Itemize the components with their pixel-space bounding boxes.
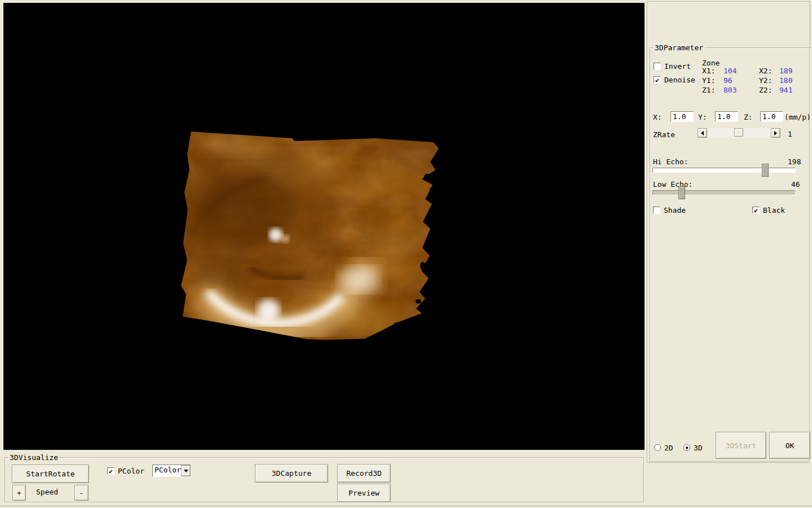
- black-checkbox[interactable]: ✔: [752, 207, 760, 214]
- zone-z2-label: Z2:: [759, 86, 772, 94]
- mode-2d-label: 2D: [664, 444, 673, 452]
- scale-y-label: Y:: [698, 113, 707, 121]
- low-echo-value: 46: [791, 180, 800, 189]
- hi-echo-slider-track[interactable]: [652, 168, 796, 173]
- parameter-groupbox: 3DParameter Invert ✔ Denoise Zone X1: 10…: [650, 47, 810, 462]
- pcolor-checkbox[interactable]: ✔: [107, 467, 114, 475]
- zone-y1-value: 96: [723, 76, 732, 85]
- low-echo-label: Low Echo:: [653, 180, 692, 189]
- zone-x2-value: 189: [779, 67, 792, 75]
- denoise-check-icon: ✔: [655, 77, 659, 84]
- zrate-value: 1: [788, 130, 792, 138]
- denoise-label: Denoise: [664, 76, 695, 84]
- parameter-panel: 3DParameter Invert ✔ Denoise Zone X1: 10…: [647, 1, 810, 463]
- preview-button[interactable]: Preview: [337, 484, 391, 502]
- speed-label: Speed: [36, 488, 58, 496]
- scale-unit-label: (mm/p): [784, 113, 811, 121]
- record-3d-button[interactable]: Record3D: [337, 464, 391, 483]
- zrate-label: ZRate: [653, 130, 675, 139]
- render-viewport[interactable]: [3, 2, 645, 450]
- pcolor-dropdown-button[interactable]: [181, 465, 191, 476]
- ok-button[interactable]: OK: [769, 432, 810, 459]
- mode-3d-radio[interactable]: ●: [683, 444, 690, 451]
- zone-z1-label: Z1:: [702, 86, 715, 94]
- hi-echo-slider-thumb[interactable]: [762, 164, 769, 177]
- zone-x1-value: 104: [723, 67, 736, 75]
- start-3d-button: 3DStart: [716, 432, 766, 459]
- dropdown-arrow-icon: [184, 470, 188, 472]
- pcolor-dropdown-value: PColor: [153, 465, 181, 476]
- zone-z1-value: 803: [723, 86, 736, 94]
- mode-3d-dot-icon: ●: [686, 446, 688, 450]
- scale-x-field[interactable]: [670, 111, 694, 122]
- zrate-scroll-thumb[interactable]: [734, 128, 743, 137]
- visualize-groupbox: 3DVisualize StartRotate + Speed - ✔ PCol…: [5, 457, 644, 502]
- zone-y1-label: Y1:: [702, 76, 715, 85]
- scale-x-label: X:: [653, 113, 662, 121]
- zrate-scroll-left-button[interactable]: [698, 128, 707, 138]
- zone-x2-label: X2:: [759, 67, 772, 75]
- window-bottom-edge: [0, 506, 812, 508]
- mode-2d-radio[interactable]: [654, 444, 661, 451]
- pcolor-label: PColor: [118, 467, 144, 475]
- black-check-icon: ✔: [754, 207, 758, 214]
- black-label: Black: [763, 206, 785, 214]
- zone-z2-value: 941: [779, 86, 792, 94]
- pcolor-check-icon: ✔: [109, 468, 113, 475]
- invert-label: Invert: [664, 62, 691, 71]
- shade-checkbox[interactable]: [653, 207, 660, 214]
- scale-y-field[interactable]: [715, 111, 738, 122]
- capture-3d-button[interactable]: 3DCapture: [255, 464, 328, 483]
- low-echo-slider-track[interactable]: [652, 190, 796, 195]
- pcolor-dropdown[interactable]: PColor: [152, 465, 191, 477]
- start-rotate-button[interactable]: StartRotate: [12, 465, 89, 483]
- shade-label: Shade: [664, 206, 686, 214]
- scroll-right-icon: [774, 131, 777, 135]
- denoise-checkbox[interactable]: ✔: [654, 76, 661, 84]
- zone-y2-value: 180: [779, 76, 792, 85]
- hi-echo-value: 198: [788, 157, 801, 166]
- speed-plus-button[interactable]: +: [12, 485, 26, 501]
- hi-echo-label: Hi Echo:: [653, 157, 689, 166]
- zone-x1-label: X1:: [702, 67, 715, 75]
- scale-z-field[interactable]: [760, 111, 783, 122]
- speed-minus-button[interactable]: -: [74, 485, 89, 501]
- low-echo-slider-thumb[interactable]: [678, 186, 685, 199]
- zrate-scrollbar: [698, 128, 780, 138]
- invert-checkbox[interactable]: [654, 63, 661, 70]
- mode-3d-label: 3D: [694, 444, 703, 452]
- ultrasound-volume-render: [3, 3, 645, 450]
- parameter-group-title: 3DParameter: [653, 43, 705, 52]
- zrate-scroll-right-button[interactable]: [771, 128, 780, 138]
- zone-title: Zone: [702, 59, 720, 67]
- visualize-group-title: 3DVisualize: [8, 453, 60, 462]
- application-window: 3DParameter Invert ✔ Denoise Zone X1: 10…: [0, 0, 812, 508]
- zone-y2-label: Y2:: [759, 76, 772, 85]
- zrate-scroll-track[interactable]: [707, 128, 771, 138]
- scale-z-label: Z:: [744, 113, 753, 121]
- scroll-left-icon: [701, 131, 704, 135]
